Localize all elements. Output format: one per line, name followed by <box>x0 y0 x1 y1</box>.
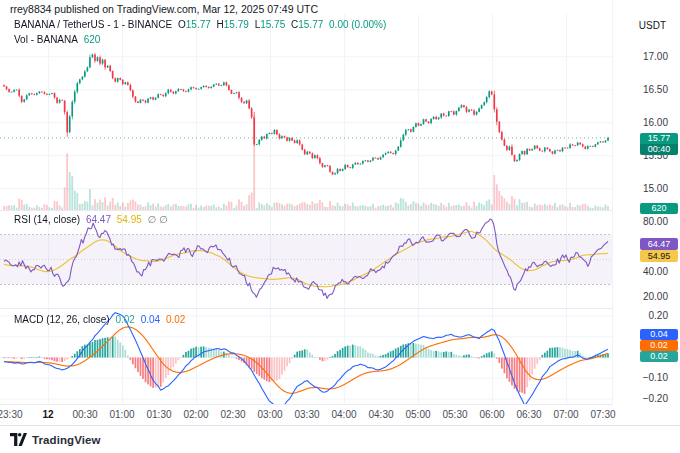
time-axis-label: 02:30 <box>220 409 245 420</box>
macd-hist-badge: 0.02 <box>640 351 678 362</box>
volume-value: 620 <box>84 34 101 45</box>
macd-hist-value: 0.02 <box>115 314 134 325</box>
rsi-hidden-values: ∅ ∅ <box>148 214 168 225</box>
axis-tick-label: 20.00 <box>643 292 668 302</box>
axis-tick-label: 0.20 <box>649 311 668 321</box>
symbol-title: BANANA / TetherUS - 1 - BINANCE <box>14 19 172 30</box>
time-axis-label: 12 <box>42 409 53 420</box>
macd-line-badge: 0.04 <box>640 329 678 340</box>
rsi-legend[interactable]: RSI (14, close) 64.47 54.95 ∅ ∅ <box>14 214 171 225</box>
macd-signal-value: 0.02 <box>166 314 185 325</box>
open-value: 15.77 <box>186 19 211 30</box>
time-axis-label: 00:30 <box>72 409 97 420</box>
close-value: 15.77 <box>298 19 323 30</box>
footer-bar: TradingView <box>0 425 680 453</box>
axis-tick-label: 16.00 <box>643 118 668 128</box>
tradingview-published-chart: rrey8834 published on TradingView.com, M… <box>0 0 680 453</box>
time-axis-label: 04:30 <box>368 409 393 420</box>
time-axis-label: 02:00 <box>183 409 208 420</box>
axis-tick-label: 16.50 <box>643 85 668 95</box>
time-axis-label: 01:00 <box>109 409 134 420</box>
rsi-badge: 64.47 <box>640 238 678 250</box>
time-axis-label: 03:30 <box>294 409 319 420</box>
high-label: H <box>217 19 224 30</box>
time-axis-label: 07:30 <box>590 409 615 420</box>
rsi-ma-value: 54.95 <box>117 214 142 225</box>
open-label: O <box>178 19 186 30</box>
time-axis-label: 06:30 <box>516 409 541 420</box>
tradingview-logo[interactable]: TradingView <box>10 433 101 446</box>
time-axis-label: 23:30 <box>0 409 23 420</box>
low-value: 15.75 <box>260 19 285 30</box>
time-axis-label: 07:00 <box>553 409 578 420</box>
axis-tick-label: 40.00 <box>643 267 668 277</box>
macd-label: MACD (12, 26, close) <box>14 314 110 325</box>
macd-line-value: 0.04 <box>141 314 160 325</box>
last-price-value: 15.77 <box>640 133 678 144</box>
high-value: 15.79 <box>224 19 249 30</box>
macd-signal-badge: 0.02 <box>640 340 678 351</box>
change-value: 0.00 (0.00%) <box>329 19 386 30</box>
time-axis-label: 04:00 <box>331 409 356 420</box>
pane-separator[interactable] <box>0 308 680 309</box>
rsi-label: RSI (14, close) <box>14 214 80 225</box>
macd-legend[interactable]: MACD (12, 26, close) 0.02 0.04 0.02 <box>14 314 188 325</box>
last-price-badge: 15.77 00:40 <box>640 133 678 155</box>
bar-countdown: 00:40 <box>640 144 678 155</box>
rsi-ma-badge: 54.95 <box>640 250 678 262</box>
volume-legend[interactable]: Vol - BANANA 620 <box>14 34 103 45</box>
axis-tick-label: −0.10 <box>643 373 668 383</box>
volume-label: Vol - BANANA <box>14 34 78 45</box>
time-axis-label: 05:00 <box>405 409 430 420</box>
symbol-legend[interactable]: BANANA / TetherUS - 1 - BINANCE O15.77 H… <box>14 19 389 30</box>
axis-tick-label: 15.00 <box>643 184 668 194</box>
rsi-pane-canvas[interactable] <box>0 211 612 308</box>
time-axis-label: 03:00 <box>257 409 282 420</box>
tradingview-icon <box>10 433 27 446</box>
brand-name: TradingView <box>32 434 101 446</box>
rsi-value: 64.47 <box>86 214 111 225</box>
pane-separator[interactable] <box>0 210 680 211</box>
axis-tick-label: 17.00 <box>643 52 668 62</box>
axis-tick-label: 80.00 <box>643 217 668 227</box>
volume-badge: 620 <box>640 203 678 214</box>
time-axis-label: 05:30 <box>442 409 467 420</box>
time-axis-label: 06:00 <box>479 409 504 420</box>
currency-label: USDT <box>639 20 666 31</box>
axis-tick-label: −0.20 <box>643 394 668 404</box>
time-scale[interactable]: 23:301200:3001:0001:3002:0002:3003:0003:… <box>0 405 680 425</box>
time-axis-label: 01:30 <box>146 409 171 420</box>
